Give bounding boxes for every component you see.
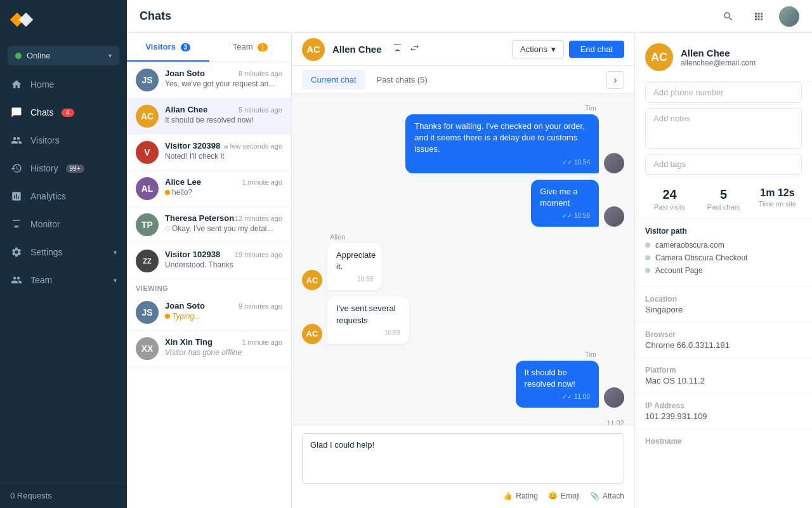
chevron-down-icon: ▾ [114, 249, 117, 256]
message-group-agent: Tim Thanks for waiting. I've checked on … [302, 104, 624, 173]
chat-item-body: Allan Chee 5 minutes ago It should be re… [165, 105, 282, 124]
message-group-agent: Give me a moment ✓✓ 10:56 [302, 180, 624, 227]
chat-item-preview: Visitor has gone offline [165, 348, 282, 357]
contact-name: Allen Chee [681, 48, 756, 58]
sidebar-item-label: Analytics [30, 191, 66, 201]
avatar: XX [136, 337, 159, 360]
chat-item-body: Visitor 320398 a few seconds ago Noted! … [165, 141, 282, 161]
contact-avatar: AC [302, 38, 325, 61]
status-indicator [165, 190, 170, 195]
sidebar-item-visitors[interactable]: Visitors [0, 126, 127, 154]
attach-label: Attach [603, 491, 624, 500]
phone-placeholder: Add phone number [653, 88, 724, 97]
section-data: Mac OS 10.11.2 [645, 376, 802, 385]
tab-past-chats[interactable]: Past chats (5) [368, 70, 436, 90]
message-time: ✓✓ 11:00 [525, 392, 590, 401]
top-header: Chats [127, 0, 812, 33]
actions-button[interactable]: Actions ▾ [512, 40, 564, 58]
message-time: 10:59 [336, 329, 400, 338]
chat-item-header: Joan Soto 8 minutes ago [165, 69, 282, 78]
chat-item[interactable]: AL Alice Lee 1 minute ago hello? [127, 171, 291, 207]
monitor-icon [10, 218, 23, 231]
apps-button[interactable] [749, 6, 769, 27]
list-item: cameraobscura.com [645, 241, 802, 250]
tags-field[interactable]: Add tags [645, 154, 802, 175]
logo-diamond-right [19, 13, 34, 27]
chat-item[interactable]: TP Theresa Peterson 12 minutes ago Okay,… [127, 207, 291, 243]
message-bubble: Appreciate it. 10:58 [327, 243, 382, 290]
chat-item-time: 9 minutes ago [239, 302, 282, 310]
msg-row: Give me a moment ✓✓ 10:56 [511, 180, 624, 227]
sidebar-item-analytics[interactable]: Analytics [0, 182, 127, 210]
message-bubble: It should be resolved now! ✓✓ 11:00 [516, 361, 599, 408]
user-avatar[interactable] [779, 6, 799, 27]
rating-label: Rating [516, 491, 538, 500]
chat-window: AC Allen Chee Actions ▾ End chat [292, 33, 634, 508]
chat-item[interactable]: JS Joan Soto 8 minutes ago Yes, we've go… [127, 62, 291, 98]
contact-header: AC Allen Chee allenchee@email.com [635, 33, 812, 82]
contact-info: Allen Chee allenchee@email.com [681, 48, 756, 67]
message-time: ✓✓ 10:54 [414, 158, 590, 167]
sidebar-item-label: History [30, 163, 58, 173]
browser-section: Browser Chrome 66.0.3311.181 [635, 322, 812, 358]
chat-item[interactable]: ZZ Visitor 102938 19 minutes ago Underst… [127, 243, 291, 279]
chat-input[interactable]: Glad I could help! [302, 433, 624, 484]
agent-avatar [604, 153, 624, 173]
end-chat-button[interactable]: End chat [569, 41, 624, 58]
chat-item-preview: Okay, I've sent you my detai... [165, 224, 282, 233]
tab-team[interactable]: Team 1 [209, 33, 292, 62]
stat-label: Time on site [753, 200, 802, 208]
visitor-avatar: AC [302, 270, 322, 290]
sidebar-item-settings[interactable]: Settings ▾ [0, 238, 127, 266]
rating-card: 11:02 👍 Allen has rated the chat Good Ti… [302, 419, 624, 425]
avatar: ZZ [136, 250, 159, 272]
path-dot-icon [645, 243, 650, 248]
message-group-visitor: AC I've sent several requests 10:59 [302, 297, 624, 344]
message-sender: Allen [330, 233, 345, 241]
notes-field[interactable]: Add notes [645, 108, 802, 149]
chat-item[interactable]: V Visitor 320398 a few seconds ago Noted… [127, 135, 291, 171]
list-item: Camera Obscura Checkout [645, 253, 802, 262]
rating-button[interactable]: 👍 Rating [503, 491, 538, 500]
sidebar-item-team[interactable]: Team ▾ [0, 266, 127, 294]
emoji-button[interactable]: 😊 Emoji [548, 491, 580, 500]
status-selector[interactable]: Online ▾ [8, 46, 119, 65]
tab-team-label: Team [233, 42, 253, 51]
chat-messages: Tim Thanks for waiting. I've checked on … [292, 94, 634, 425]
chat-icon [10, 106, 23, 119]
search-button[interactable] [718, 6, 738, 27]
sidebar-item-label: Home [30, 79, 54, 90]
path-item-label: cameraobscura.com [655, 241, 724, 250]
avatar: AL [136, 177, 159, 200]
requests-bar: 0 Requests [0, 483, 127, 508]
chat-item-body: Visitor 102938 19 minutes ago Understood… [165, 250, 282, 269]
status-indicator [165, 226, 170, 231]
sidebar-item-chats[interactable]: Chats 4 [0, 98, 127, 126]
avatar: AC [136, 105, 159, 128]
header-icons [718, 6, 799, 27]
stat-label: Past chats [699, 203, 748, 211]
tab-visitors[interactable]: Visitors 3 [127, 33, 209, 62]
tab-current-chat[interactable]: Current chat [302, 70, 365, 90]
contact-name: Allen Chee [332, 44, 382, 55]
chat-item-name: Joan Soto [165, 301, 205, 311]
chat-sub-tabs: Current chat Past chats (5) › [292, 66, 634, 94]
chat-item-time: 5 minutes ago [239, 106, 282, 114]
chat-item-preview: hello? [165, 188, 282, 197]
message-bubble: Thanks for waiting. I've checked on your… [405, 114, 599, 173]
next-arrow-button[interactable]: › [606, 71, 624, 89]
chat-item-header: Allan Chee 5 minutes ago [165, 105, 282, 114]
sidebar-item-home[interactable]: Home [0, 70, 127, 98]
chat-item[interactable]: XX Xin Xin Ting 1 minute ago Visitor has… [127, 331, 291, 367]
chat-item[interactable]: JS Joan Soto 9 minutes ago Typing... [127, 295, 291, 331]
chat-tabs: Visitors 3 Team 1 [127, 33, 291, 62]
sidebar-item-monitor[interactable]: Monitor [0, 210, 127, 238]
sidebar-item-label: Team [30, 275, 52, 285]
message-group-visitor: Allen AC Appreciate it. 10:58 [302, 233, 624, 290]
chat-item[interactable]: AC Allan Chee 5 minutes ago It should be… [127, 98, 291, 135]
phone-field[interactable]: Add phone number [645, 82, 802, 103]
section-data: 101.239.931.109 [645, 411, 802, 421]
sidebar-item-history[interactable]: History 99+ [0, 154, 127, 182]
attach-button[interactable]: 📎 Attach [590, 491, 624, 500]
chat-item-header: Alice Lee 1 minute ago [165, 177, 282, 187]
